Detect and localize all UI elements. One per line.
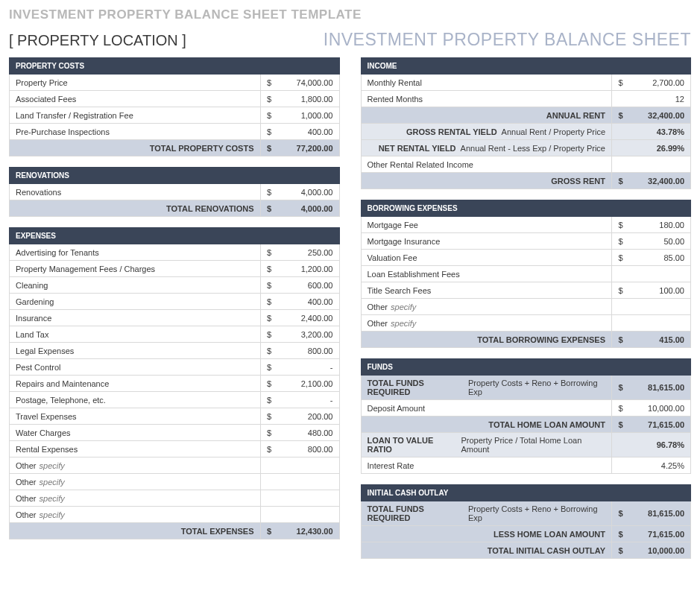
- row-label: Monthly Rental: [368, 78, 422, 87]
- section-funds: FUNDS TOTAL FUNDS REQUIREDProperty Costs…: [361, 358, 692, 474]
- subtotal-row: TOTAL HOME LOAN AMOUNT $ 71,615.00: [361, 417, 692, 433]
- row-value: 81,615.00: [629, 376, 690, 399]
- row-label: Other: [368, 319, 388, 328]
- subtotal-row: TOTAL FUNDS REQUIREDProperty Costs + Ren…: [361, 376, 692, 400]
- row-label: Property Price: [16, 78, 68, 87]
- specify-hint: specify: [40, 478, 65, 487]
- data-row: Mortgage Fee$180.00: [361, 217, 692, 233]
- currency: $: [611, 233, 629, 249]
- row-label: ANNUAL RENT: [546, 111, 605, 120]
- section-header: PROPERTY COSTS: [9, 57, 340, 75]
- data-row: Otherspecify: [9, 474, 340, 490]
- data-row: Interest Rate 4.25%: [361, 457, 692, 474]
- row-note: Property Costs + Reno + Borrowing Exp: [468, 379, 605, 396]
- row-label: LOAN TO VALUE RATIO: [368, 436, 457, 454]
- data-row: Otherspecify: [9, 490, 340, 507]
- row-label: NET RENTAL YIELD: [379, 144, 456, 153]
- row-label: Associated Fees: [16, 95, 76, 104]
- row-value: 3,200.00: [278, 326, 339, 342]
- calc-row: LOAN TO VALUE RATIOProperty Price / Tota…: [361, 433, 692, 457]
- row-value: 800.00: [278, 343, 339, 358]
- row-label: Property Management Fees / Charges: [16, 265, 155, 273]
- row-value: -: [278, 392, 339, 408]
- currency: $: [611, 417, 629, 432]
- row-note: Annual Rent / Property Price: [502, 127, 605, 136]
- currency: $: [260, 184, 278, 200]
- data-row: Legal Expenses$800.00: [9, 343, 340, 359]
- data-row: Gardening$400.00: [9, 294, 340, 310]
- currency: [611, 315, 629, 331]
- section-outlay: INITIAL CASH OUTLAY TOTAL FUNDS REQUIRED…: [361, 484, 692, 559]
- row-label: TOTAL HOME LOAN AMOUNT: [488, 420, 605, 429]
- data-row: Other Rental Related Income: [361, 156, 692, 173]
- currency: $: [611, 217, 629, 232]
- row-value: 2,400.00: [278, 310, 339, 326]
- currency: [260, 457, 278, 473]
- row-label: LESS HOME LOAN AMOUNT: [494, 530, 605, 539]
- row-label: TOTAL FUNDS REQUIRED: [368, 504, 464, 522]
- row-value: 100.00: [629, 282, 690, 298]
- row-value: 400.00: [278, 294, 339, 309]
- currency: [611, 156, 629, 172]
- currency: $: [260, 75, 278, 90]
- row-label: Deposit Amount: [368, 404, 426, 413]
- page-title: INVESTMENT PROPERTY BALANCE SHEET TEMPLA…: [9, 6, 691, 30]
- currency: $: [260, 359, 278, 375]
- row-label: Land Transfer / Registration Fee: [16, 111, 133, 120]
- row-note: Annual Rent - Less Exp / Property Price: [461, 144, 605, 153]
- section-property-costs: PROPERTY COSTS Property Price$74,000.00A…: [9, 57, 340, 156]
- subtotal-row: GROSS RENT $ 32,400.00: [361, 173, 692, 189]
- total-label: TOTAL EXPENSES: [181, 527, 254, 536]
- section-renovations: RENOVATIONS Renovations$4,000.00 TOTAL R…: [9, 167, 340, 217]
- row-label: TOTAL INITIAL CASH OUTLAY: [488, 546, 605, 555]
- row-label: Postage, Telephone, etc.: [16, 396, 106, 405]
- currency: $: [260, 294, 278, 309]
- row-value: [629, 315, 690, 331]
- specify-hint: specify: [40, 510, 65, 519]
- row-label: Legal Expenses: [16, 346, 74, 355]
- row-value: 71,615.00: [629, 417, 690, 432]
- currency: $: [611, 542, 629, 558]
- row-value: 2,700.00: [629, 75, 690, 90]
- row-label: Cleaning: [16, 281, 48, 290]
- total-label: TOTAL RENOVATIONS: [166, 204, 254, 213]
- row-value: 81,615.00: [629, 501, 690, 525]
- currency: $: [260, 326, 278, 342]
- row-label: Rental Expenses: [16, 445, 78, 454]
- data-row: Otherspecify: [9, 507, 340, 523]
- subtotal-row: ANNUAL RENT $ 32,400.00: [361, 107, 692, 124]
- row-label: Renovations: [16, 188, 61, 197]
- currency: $: [611, 107, 629, 123]
- row-label: Other: [16, 494, 37, 503]
- row-value: 32,400.00: [629, 107, 690, 123]
- row-label: Other: [16, 510, 37, 519]
- data-row: Land Transfer / Registration Fee$1,000.0…: [9, 107, 340, 124]
- currency: [260, 490, 278, 506]
- currency: [611, 266, 629, 282]
- data-row: Title Search Fees$100.00: [361, 282, 692, 299]
- data-row: Deposit Amount $ 10,000.00: [361, 400, 692, 417]
- data-row: Cleaning$600.00: [9, 277, 340, 294]
- row-label: GROSS RENT: [551, 177, 605, 186]
- property-location-label: [ PROPERTY LOCATION ]: [9, 32, 186, 49]
- section-header: BORROWING EXPENSES: [361, 200, 692, 217]
- total-value: 12,430.00: [278, 523, 339, 539]
- section-header: EXPENSES: [9, 227, 340, 244]
- specify-hint: specify: [40, 461, 65, 470]
- specify-hint: specify: [40, 494, 65, 503]
- total-row: TOTAL RENOVATIONS $ 4,000.00: [9, 200, 340, 217]
- data-row: Otherspecify: [9, 457, 340, 474]
- data-row: Otherspecify: [361, 315, 692, 332]
- currency: $: [260, 441, 278, 457]
- currency: $: [611, 332, 629, 347]
- currency: $: [260, 523, 278, 539]
- row-value: 4.25%: [611, 457, 690, 473]
- row-value: 4,000.00: [278, 184, 339, 200]
- total-label: TOTAL BORROWING EXPENSES: [477, 335, 605, 344]
- section-header: FUNDS: [361, 358, 692, 376]
- row-label: Valuation Fee: [368, 253, 417, 262]
- currency: $: [260, 343, 278, 358]
- currency: [260, 507, 278, 522]
- data-row: Travel Expenses$200.00: [9, 408, 340, 425]
- row-value: [278, 507, 339, 522]
